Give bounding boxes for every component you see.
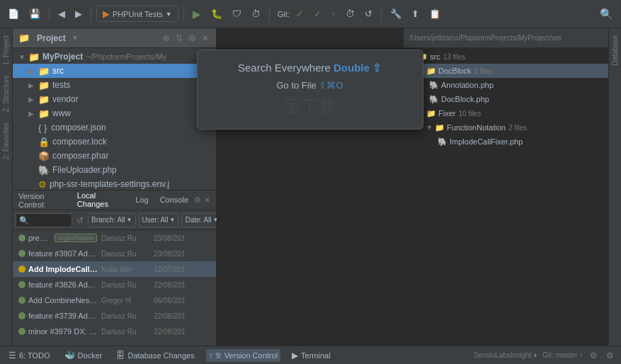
rt-docblockphp-icon: 🐘 bbox=[429, 95, 439, 104]
vc-author-6: Dariusz Ru bbox=[101, 328, 151, 336]
coverage-button[interactable]: 🛡 bbox=[229, 6, 245, 21]
vendor-folder-icon: 📁 bbox=[38, 94, 50, 105]
git-check2-button[interactable]: ✓ bbox=[310, 6, 325, 21]
tree-item-tests[interactable]: ▶ 📁 tests bbox=[13, 78, 216, 92]
vc-row-1[interactable]: feature #3907 Add ImplodeCallFixer (kuba… bbox=[13, 246, 216, 261]
project-root[interactable]: ▼ 📁 MyProject ~/PhpstormProjects/My bbox=[13, 50, 216, 64]
vc-toolbar: ↺ Branch: All ▼ User: All ▼ Date: All ▼ bbox=[13, 210, 216, 230]
save-button[interactable]: 💾 bbox=[25, 6, 44, 21]
tests-arrow: ▶ bbox=[28, 81, 38, 89]
tree-item-composer-json[interactable]: { } composer.json bbox=[13, 120, 216, 135]
vc-row-0[interactable]: prepared the 2.13.0 releas origin/master… bbox=[13, 230, 216, 246]
rt-functionnotation[interactable]: ▼ 📁 FunctionNotation 2 files bbox=[404, 120, 608, 135]
vc-tab-log[interactable]: Log bbox=[130, 193, 154, 208]
run-config-selector[interactable]: ▶ PHPUnit Tests ▼ bbox=[96, 6, 178, 22]
run-button[interactable]: ▶ bbox=[189, 6, 205, 23]
vc-author-5: Dariusz Ru bbox=[101, 312, 151, 320]
vc-author-0: Dariusz Ru bbox=[101, 234, 151, 242]
rt-src[interactable]: ▼ 📁 src 13 files bbox=[404, 50, 608, 64]
tree-item-composer-lock[interactable]: 🔒 composer.lock bbox=[13, 135, 216, 149]
settings-button[interactable]: 🔧 bbox=[387, 6, 405, 21]
rt-fn-arrow: ▼ bbox=[426, 124, 435, 131]
bottom-todo[interactable]: ☰ 6: TODO bbox=[6, 349, 53, 362]
project-sort-button[interactable]: ⇅ bbox=[174, 32, 184, 45]
vc-row-4[interactable]: Add CombineNestedDirnameFixer Gregor H: … bbox=[13, 292, 216, 308]
vendor-label: vendor bbox=[52, 94, 79, 104]
rt-docblock[interactable]: ▼ 📁 DocBlock 2 files bbox=[404, 64, 608, 78]
project-panel-tools: ⊕ ⇅ ⚙ ✕ bbox=[161, 32, 210, 45]
git-status[interactable]: Git: master ↑ bbox=[542, 351, 583, 359]
debug-button[interactable]: 🐛 bbox=[207, 6, 226, 21]
root-arrow: ▼ bbox=[18, 53, 28, 61]
vc-settings-button[interactable]: ⚙ bbox=[194, 195, 201, 205]
vc-branch-filter[interactable]: Branch: All ▼ bbox=[88, 213, 136, 227]
run-config-icon: ▶ bbox=[103, 8, 110, 19]
database-sidebar-item[interactable]: Database bbox=[610, 31, 620, 70]
panel-dropdown-icon[interactable]: ▼ bbox=[72, 34, 79, 42]
search-button[interactable]: 🔍 bbox=[596, 6, 617, 23]
vc-row-6[interactable]: minor #3979 DX: enable php_unit_method_ … bbox=[13, 324, 216, 339]
git-check-button[interactable]: ✓ bbox=[292, 6, 307, 21]
tree-item-src[interactable]: ▶ 📁 src bbox=[13, 64, 216, 78]
vc-branch-label: Branch: bbox=[91, 216, 115, 224]
tree-item-fileuploader[interactable]: 🐘 FileUploader.php bbox=[13, 163, 216, 177]
sidebar-item-structure[interactable]: Z: Structure bbox=[1, 71, 11, 116]
bottom-docker[interactable]: 🐳 Docker bbox=[62, 349, 106, 362]
vc-user-filter[interactable]: User: All ▼ bbox=[139, 213, 179, 227]
vc-date-filter[interactable]: Date: All ▼ bbox=[181, 213, 222, 227]
back-button[interactable]: ◀ bbox=[55, 6, 69, 21]
vc-author-1: Dariusz Ru bbox=[101, 250, 151, 258]
vc-tag-0: origin/master bbox=[55, 234, 97, 242]
vc-close-button[interactable]: ✕ bbox=[204, 195, 210, 205]
project-settings-button[interactable]: ⚙ bbox=[187, 32, 198, 45]
vc-date-2: 12/07/201 bbox=[154, 266, 210, 273]
right-file-panel: /Users/jetbrains/PhpstormProjects/MyProj… bbox=[403, 28, 608, 346]
git-revert-button[interactable]: ↺ bbox=[361, 6, 376, 21]
vc-tab-console[interactable]: Console bbox=[154, 193, 194, 208]
vc-tab-local-changes[interactable]: Local Changes bbox=[72, 188, 130, 212]
sensio-insight[interactable]: SensioLabsInsight ♦ bbox=[474, 351, 537, 359]
project-close-button[interactable]: ✕ bbox=[200, 32, 210, 45]
bottom-dbchanges[interactable]: 🗄 Database Changes bbox=[113, 349, 197, 362]
status-bar: SensioLabsInsight ♦ Git: master ↑ ⚙ ⚙ bbox=[474, 349, 615, 362]
vc-row-2[interactable]: Add ImplodeCallFixer Kuba Wer 12/07/201 bbox=[13, 261, 216, 277]
sep1 bbox=[49, 7, 50, 21]
project-folder-icon: 📁 bbox=[18, 33, 30, 43]
center-area: Search Everywhere Double ⇧ Go to File ⇧⌘… bbox=[217, 28, 403, 346]
sidebar-item-favorites[interactable]: 2: Favorites bbox=[1, 118, 11, 164]
rt-docblock-label: DocBlock bbox=[438, 67, 471, 75]
vc-search-input[interactable] bbox=[16, 213, 72, 227]
rt-docblockphp[interactable]: 🐘 DocBlock.php bbox=[404, 92, 608, 106]
bottom-settings-button[interactable]: ⚙ bbox=[588, 349, 599, 362]
vc-row-5[interactable]: feature #3739 Add MagicMethodCasingFixe … bbox=[13, 308, 216, 324]
rt-fixer-label: Fixer bbox=[438, 109, 455, 118]
tree-item-vendor[interactable]: ▶ 📁 vendor bbox=[13, 92, 216, 106]
bottom-extra-button[interactable]: ⚙ bbox=[605, 349, 615, 362]
vcs-button[interactable]: ⬆ bbox=[408, 6, 423, 21]
rt-annotation[interactable]: 🐘 Annotation.php bbox=[404, 78, 608, 92]
go-to-file-hint: Go to File ⇧⌘O bbox=[215, 80, 406, 91]
tree-item-www[interactable]: ▶ 📁 www bbox=[13, 106, 216, 120]
vc-date-6: 22/08/201 bbox=[154, 328, 210, 336]
bottom-vc[interactable]: ↑ 9: Version Control bbox=[206, 349, 280, 362]
rt-fixer[interactable]: ▼ 📁 Fixer 10 files bbox=[404, 106, 608, 120]
tree-item-composer-phar[interactable]: 📦 composer.phar bbox=[13, 149, 216, 163]
rt-implodecallfixer[interactable]: 🐘 ImplodeCallFixer.php bbox=[404, 135, 608, 149]
search-everywhere-label: Search Everywhere bbox=[238, 62, 331, 74]
vc-row-3[interactable]: feature #3826 Add CombineNestedDirnam Da… bbox=[13, 277, 216, 292]
www-label: www bbox=[52, 108, 71, 118]
bottom-terminal[interactable]: ▶ Terminal bbox=[289, 349, 334, 362]
profile-button[interactable]: ⏱ bbox=[248, 6, 264, 21]
sidebar-item-project[interactable]: 1: Project bbox=[1, 31, 11, 69]
git-push-button[interactable]: ↑ bbox=[328, 6, 340, 21]
vc-refresh-button[interactable]: ↺ bbox=[75, 214, 85, 227]
rt-docblock-count: 2 files bbox=[474, 67, 492, 75]
dbchanges-label: Database Changes bbox=[127, 351, 194, 360]
vc-msg-3: feature #3826 Add CombineNestedDirnam bbox=[28, 280, 98, 289]
forward-button[interactable]: ▶ bbox=[72, 6, 86, 21]
extra-button[interactable]: 📋 bbox=[426, 6, 444, 21]
new-file-button[interactable]: 📄 bbox=[4, 6, 23, 21]
project-scope-button[interactable]: ⊕ bbox=[161, 32, 171, 45]
git-history-button[interactable]: ⏱ bbox=[342, 6, 358, 21]
composer-phar-label: composer.phar bbox=[52, 151, 108, 161]
